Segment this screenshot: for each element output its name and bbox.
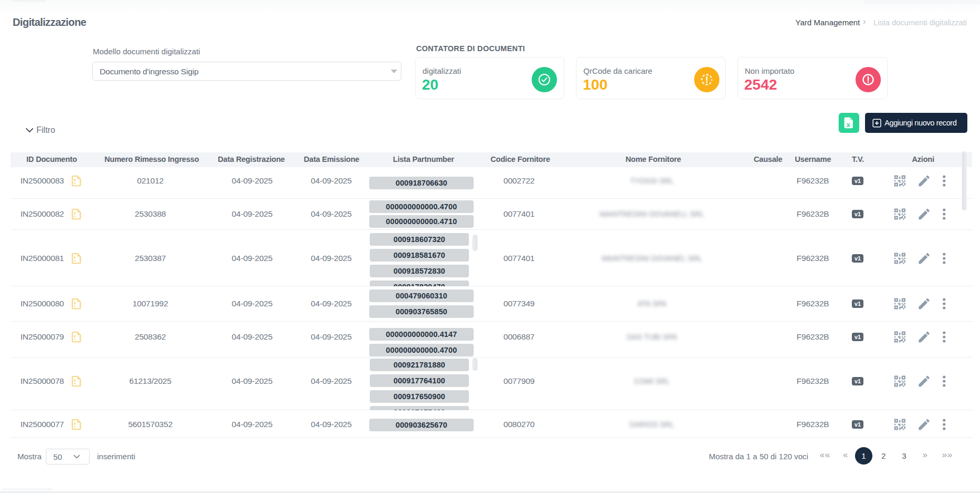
svg-text:x: x: [847, 121, 850, 129]
